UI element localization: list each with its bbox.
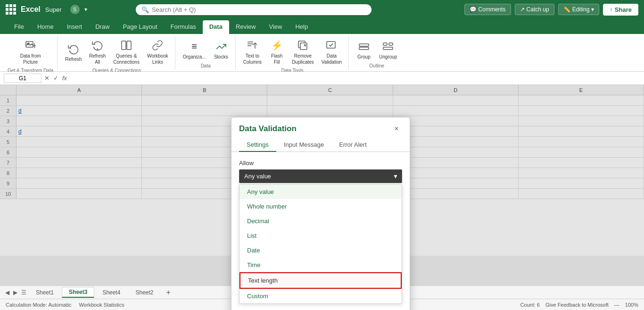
svg-rect-18 xyxy=(383,43,387,45)
group-icon xyxy=(357,40,371,53)
zoom-level: — xyxy=(614,302,619,308)
dropdown-item-text-length[interactable]: Text length xyxy=(239,272,402,289)
stocks-button[interactable]: Stocks xyxy=(211,38,231,61)
group-items: Group Ungroup xyxy=(354,37,400,62)
calc-mode-status: Calculation Mode: Automatic xyxy=(6,302,71,308)
formula-bar: G1 ✕ ✓ fx xyxy=(0,72,644,85)
group-items: Text toColumns ⚡ FlashFill xyxy=(240,37,345,67)
svg-rect-20 xyxy=(383,47,393,50)
data-from-picture-button[interactable]: Data fromPicture xyxy=(17,37,44,67)
ungroup-label: Ungroup xyxy=(379,54,397,59)
ribbon-tabs: File Home Insert Draw Page Layout Formul… xyxy=(0,19,644,34)
formula-input[interactable] xyxy=(70,75,640,82)
ribbon-group-data-tools: Text toColumns ⚡ FlashFill xyxy=(237,36,349,69)
count-status: Count: 6 xyxy=(520,302,540,308)
refresh-all-button[interactable]: RefreshAll xyxy=(86,37,108,67)
dialog-tab-error-alert[interactable]: Error Alert xyxy=(331,138,374,152)
dropdown-item-custom[interactable]: Custom xyxy=(239,289,402,303)
app-logo: Excel xyxy=(6,4,41,15)
ungroup-button[interactable]: Ungroup xyxy=(376,38,400,61)
tab-data[interactable]: Data xyxy=(203,20,229,34)
dropdown-item-any-value[interactable]: Any value xyxy=(239,184,402,199)
queries-connections-button[interactable]: Queries &Connections xyxy=(110,37,142,67)
group-label-data: Data xyxy=(201,63,211,68)
svg-rect-15 xyxy=(327,42,335,48)
tab-file[interactable]: File xyxy=(8,20,31,34)
feedback-link[interactable]: Give Feedback to Microsoft xyxy=(545,302,609,308)
workbook-links-button[interactable]: WorkbookLinks xyxy=(144,37,171,67)
status-bar-right: Count: 6 Give Feedback to Microsoft — 10… xyxy=(520,302,638,308)
dialog-body: Allow Any value ▼ Any value Whole number… xyxy=(231,152,410,310)
cell-reference[interactable]: G1 xyxy=(4,74,41,83)
refresh-label: Refresh xyxy=(65,57,82,62)
title-bar: Excel Super S ▾ 🔍 💬 Comments ↗ Catch up … xyxy=(0,0,644,19)
scroll-left-icon[interactable]: ◀ xyxy=(4,289,11,296)
svg-rect-19 xyxy=(389,43,393,45)
tab-draw[interactable]: Draw xyxy=(89,20,116,34)
flash-fill-icon: ⚡ xyxy=(270,39,283,52)
tab-home[interactable]: Home xyxy=(31,20,60,34)
data-validation-button[interactable]: DataValidation xyxy=(319,37,345,67)
dropdown-item-decimal[interactable]: Decimal xyxy=(239,214,402,228)
insert-function-icon[interactable]: fx xyxy=(62,75,67,82)
organize-button[interactable]: ≡ Organiza... xyxy=(180,38,209,61)
search-input[interactable] xyxy=(152,6,366,13)
refresh-button[interactable]: Refresh xyxy=(62,41,84,64)
dropdown-item-list[interactable]: List xyxy=(239,228,402,243)
flash-fill-label: FlashFill xyxy=(271,53,282,65)
account-name: Super xyxy=(45,6,62,13)
dialog-close-button[interactable]: × xyxy=(391,123,402,134)
formula-controls: ✕ ✓ fx xyxy=(44,75,67,82)
confirm-formula-icon[interactable]: ✓ xyxy=(53,75,58,82)
group-label-outline: Outline xyxy=(369,63,384,68)
scroll-right-icon[interactable]: ▶ xyxy=(12,289,19,296)
catchup-button[interactable]: ↗ Catch up xyxy=(515,4,554,15)
tab-view[interactable]: View xyxy=(263,20,289,34)
ribbon-content: Data fromPicture Get & Transform Data Re… xyxy=(0,34,644,72)
group-items: Data fromPicture xyxy=(17,37,44,67)
data-validation-label: DataValidation xyxy=(322,53,342,65)
dropdown-item-whole-number[interactable]: Whole number xyxy=(239,199,402,214)
remove-duplicates-button[interactable]: RemoveDuplicates xyxy=(289,37,317,67)
workbook-links-label: WorkbookLinks xyxy=(147,53,168,65)
search-icon: 🔍 xyxy=(141,6,149,13)
dropdown-item-date[interactable]: Date xyxy=(239,243,402,258)
workbook-stats-button[interactable]: Workbook Statistics xyxy=(79,302,124,308)
account-chevron[interactable]: ▾ xyxy=(84,6,87,13)
text-to-columns-label: Text toColumns xyxy=(243,53,262,65)
sheet-tab-sheet2[interactable]: Sheet2 xyxy=(128,287,160,298)
text-to-columns-button[interactable]: Text toColumns xyxy=(240,37,264,67)
account-avatar[interactable]: S xyxy=(70,5,80,14)
editing-button[interactable]: ✏️ Editing ▾ xyxy=(558,4,600,15)
dialog-tab-settings[interactable]: Settings xyxy=(239,138,276,152)
tab-formulas[interactable]: Formulas xyxy=(164,20,203,34)
flash-fill-button[interactable]: ⚡ FlashFill xyxy=(266,37,287,67)
workbook-links-icon xyxy=(151,39,164,52)
queries-label: Queries &Connections xyxy=(113,53,140,65)
share-button[interactable]: ↑ Share xyxy=(603,4,638,16)
sheet-tab-sheet1[interactable]: Sheet1 xyxy=(29,287,61,298)
stocks-icon xyxy=(215,40,228,53)
tab-review[interactable]: Review xyxy=(229,20,263,34)
editing-icon: ✏️ xyxy=(563,6,570,13)
editing-chevron: ▾ xyxy=(591,6,594,13)
waffle-icon[interactable] xyxy=(6,4,16,15)
refresh-all-icon xyxy=(91,39,104,52)
tab-page-layout[interactable]: Page Layout xyxy=(116,20,164,34)
dialog-tabs: Settings Input Message Error Alert xyxy=(231,134,410,152)
add-sheet-button[interactable]: + xyxy=(162,287,175,298)
organize-icon: ≡ xyxy=(188,40,201,53)
dropdown-item-time[interactable]: Time xyxy=(239,258,402,272)
comments-button[interactable]: 💬 Comments xyxy=(464,4,511,15)
tab-insert[interactable]: Insert xyxy=(60,20,89,34)
group-label: Group xyxy=(357,54,371,59)
sheets-menu-icon[interactable]: ☰ xyxy=(20,289,28,296)
cancel-formula-icon[interactable]: ✕ xyxy=(44,75,50,82)
sheet-tab-sheet3[interactable]: Sheet3 xyxy=(62,287,94,298)
allow-select[interactable]: Any value xyxy=(239,169,402,183)
allow-label: Allow xyxy=(239,159,402,167)
tab-help[interactable]: Help xyxy=(289,20,314,34)
group-button[interactable]: Group xyxy=(354,38,374,61)
dialog-tab-input-message[interactable]: Input Message xyxy=(276,138,331,152)
sheet-tab-sheet4[interactable]: Sheet4 xyxy=(95,287,127,298)
